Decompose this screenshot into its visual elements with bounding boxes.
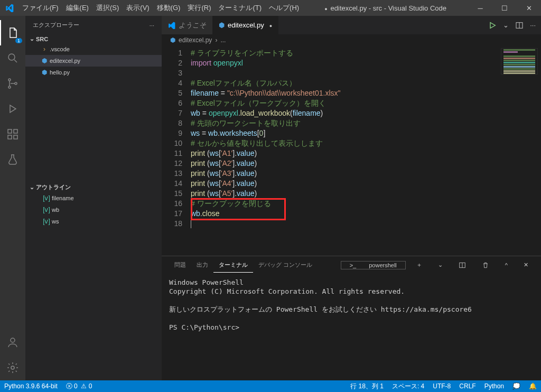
panel-tab[interactable]: 問題 [169, 258, 191, 272]
line-number: 9 [162, 128, 182, 138]
code-line: ws = wb.worksheets[0] [191, 128, 541, 138]
dirty-indicator-icon [267, 21, 272, 29]
line-number: 1 [162, 48, 182, 58]
trash-icon[interactable] [477, 258, 495, 272]
title-bar: ファイル(F)編集(E)選択(S)表示(V)移動(G)実行(R)ターミナル(T)… [0, 0, 541, 16]
run-debug-icon[interactable] [0, 96, 25, 122]
status-feedback-icon[interactable]: 💭 [508, 382, 525, 390]
menu-item[interactable]: ターミナル(T) [214, 3, 265, 13]
menu-item[interactable]: 移動(G) [153, 3, 184, 13]
panel-tab[interactable]: ターミナル [213, 258, 253, 273]
vscode-logo-icon [0, 4, 18, 12]
settings-gear-icon[interactable] [0, 355, 25, 380]
code-line: import openpyxl [191, 58, 541, 68]
svg-point-3 [15, 82, 17, 85]
menu-item[interactable]: ヘルプ(H) [265, 3, 303, 13]
window-title: editexcel.py - src - Visual Studio Code [303, 4, 468, 12]
new-terminal-icon[interactable]: ＋ [411, 258, 427, 272]
editor-tab[interactable]: ⬢editexcel.py [212, 16, 278, 34]
svg-point-1 [8, 79, 11, 81]
search-icon[interactable] [0, 45, 25, 71]
line-number: 17 [162, 209, 182, 219]
status-line-col[interactable]: 行 18、列 1 [346, 382, 388, 391]
variable-icon: [ᴠ] [41, 206, 52, 213]
code-line: # ワークブックを閉じる [191, 199, 541, 209]
maximize-panel-icon[interactable]: ^ [500, 259, 513, 272]
file-tree-item[interactable]: ⬢editexcel.py [25, 55, 162, 67]
status-python[interactable]: Python 3.9.6 64-bit [0, 382, 62, 390]
breadcrumb[interactable]: ⬢editexcel.py›... [162, 34, 541, 46]
code-line: print (ws['A4'].value) [191, 179, 541, 189]
account-icon[interactable] [0, 330, 25, 355]
terminal-shell-label[interactable]: >_powershell [341, 261, 406, 269]
file-tree-item[interactable]: ›.vscode [25, 43, 162, 55]
svg-point-2 [8, 86, 11, 88]
code-line: # Excelファイル（ワークブック）を開く [191, 98, 541, 108]
line-number: 14 [162, 179, 182, 189]
extensions-icon[interactable] [0, 122, 25, 147]
outline-item[interactable]: [ᴠ]ws [25, 216, 162, 227]
close-panel-icon[interactable]: ✕ [518, 258, 534, 272]
code-line: print (ws['A3'].value) [191, 169, 541, 179]
panel-tab[interactable]: 出力 [191, 258, 213, 272]
file-tree-item[interactable]: ⬢hello.py [25, 67, 162, 78]
split-terminal-icon[interactable] [453, 258, 471, 272]
outline-section[interactable]: ⌄アウトライン [25, 182, 162, 192]
status-bell-icon[interactable]: 🔔 [525, 382, 541, 390]
run-icon[interactable] [488, 21, 497, 30]
file-label: editexcel.py [50, 58, 80, 64]
run-dropdown-icon[interactable]: ⌄ [503, 21, 509, 29]
line-number: 11 [162, 148, 182, 158]
code-editor[interactable]: 123456789101112131415161718 # ライブラリをインポー… [162, 46, 541, 256]
code-line: # ライブラリをインポートする [191, 48, 541, 58]
line-number: 16 [162, 199, 182, 209]
folder-icon: › [39, 45, 50, 53]
status-encoding[interactable]: UTF-8 [428, 382, 455, 390]
maximize-button[interactable]: ☐ [492, 0, 517, 16]
editor-tab[interactable]: ようこそ [162, 16, 212, 34]
source-control-icon[interactable] [0, 71, 25, 96]
menu-item[interactable]: ファイル(F) [18, 3, 62, 13]
more-icon[interactable]: ··· [530, 21, 536, 29]
folder-root[interactable]: ⌄SRC [25, 34, 162, 43]
menu-item[interactable]: 選択(S) [92, 3, 123, 13]
line-number: 18 [162, 219, 182, 229]
status-indent[interactable]: スペース: 4 [388, 382, 428, 391]
line-number: 8 [162, 118, 182, 128]
minimap[interactable] [501, 48, 538, 74]
vscode-logo-icon [168, 22, 175, 29]
svg-point-8 [11, 338, 15, 342]
minimize-button[interactable]: ─ [468, 0, 492, 16]
menu-item[interactable]: 編集(E) [62, 3, 92, 13]
outline-item[interactable]: [ᴠ]filename [25, 192, 162, 204]
line-number: 3 [162, 68, 182, 78]
line-number: 13 [162, 169, 182, 179]
svg-rect-7 [14, 129, 17, 133]
svg-point-9 [11, 366, 14, 369]
status-problems[interactable]: ⓧ 0 ⚠ 0 [62, 382, 97, 391]
outline-item[interactable]: [ᴠ]wb [25, 204, 162, 216]
close-button[interactable]: ✕ [517, 0, 541, 16]
panel-tab[interactable]: デバッグ コンソール [253, 258, 318, 272]
sidebar: エクスプローラー ··· ⌄SRC ›.vscode⬢editexcel.py⬢… [25, 16, 162, 380]
code-line: print (ws['A5'].value) [191, 189, 541, 199]
editor-tabs: ようこそ⬢editexcel.py ⌄ ··· [162, 16, 541, 34]
python-file-icon: ⬢ [39, 57, 50, 64]
explorer-icon[interactable]: 1 [0, 20, 25, 45]
sidebar-title: エクスプローラー ··· [25, 16, 162, 34]
tab-label: ようこそ [179, 21, 206, 30]
code-line: filename = "c:\\Python\\dat\\worksheet01… [191, 88, 541, 98]
panel: 問題出力ターミナルデバッグ コンソール >_powershell ＋ ⌄ ^ ✕… [162, 256, 541, 380]
split-editor-icon[interactable] [515, 21, 524, 30]
terminal-dropdown-icon[interactable]: ⌄ [433, 258, 448, 272]
status-language[interactable]: Python [480, 382, 508, 390]
tab-label: editexcel.py [228, 21, 264, 29]
menu-item[interactable]: 実行(R) [184, 3, 214, 13]
more-icon[interactable]: ··· [150, 22, 154, 29]
status-eol[interactable]: CRLF [455, 382, 480, 390]
menu-item[interactable]: 表示(V) [123, 3, 153, 13]
terminal-output[interactable]: Windows PowerShell Copyright (C) Microso… [162, 274, 541, 380]
testing-icon[interactable] [0, 147, 25, 172]
line-number: 5 [162, 88, 182, 98]
line-number: 10 [162, 138, 182, 148]
